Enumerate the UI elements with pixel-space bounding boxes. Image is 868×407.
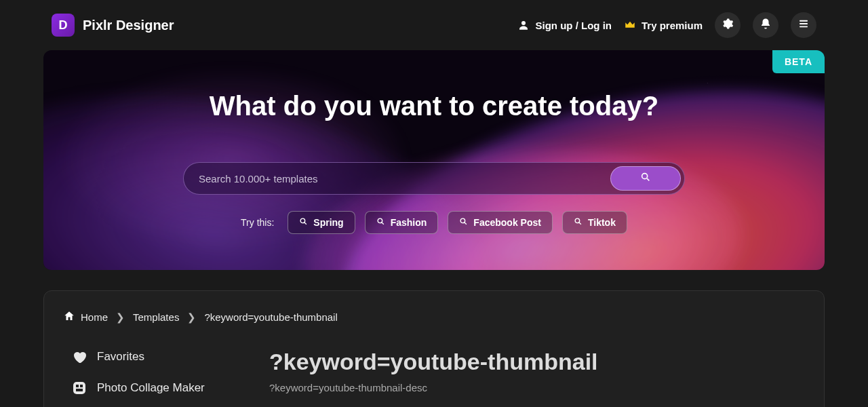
signup-label: Sign up / Log in [535,20,611,31]
chip-label: Spring [313,217,343,228]
svg-point-4 [642,174,648,179]
search-icon [640,172,651,185]
signup-login-link[interactable]: Sign up / Log in [517,19,611,31]
svg-line-9 [382,222,384,225]
sidebar-item-photo-collage[interactable]: Photo Collage Maker [71,380,253,396]
chip-label: Tiktok [588,217,616,228]
search-icon [376,217,385,228]
svg-line-7 [304,222,307,225]
crown-icon [624,19,636,31]
svg-rect-15 [76,385,79,387]
heart-icon [71,349,87,365]
page-description: ?keyword=youtube-thumbnail-desc [269,382,805,393]
sidebar-item-favorites[interactable]: Favorites [71,349,253,365]
bell-icon [760,18,772,33]
chip-tiktok[interactable]: Tiktok [562,211,627,234]
svg-rect-17 [76,389,83,391]
search-button[interactable] [610,166,681,191]
brand-link[interactable]: D Pixlr Designer [52,14,174,37]
sidebar: Favorites Photo Collage Maker [63,349,253,396]
gear-icon [722,18,734,33]
header-actions: Sign up / Log in Try premium [517,12,816,38]
chip-facebook-post[interactable]: Facebook Post [448,211,553,234]
search-icon [299,217,308,228]
svg-rect-16 [80,385,83,387]
hero-background [43,50,825,270]
svg-rect-3 [800,26,808,27]
svg-point-6 [300,218,305,223]
svg-line-11 [465,222,467,225]
hero-title: What do you want to create today? [210,91,658,121]
breadcrumb-templates[interactable]: Templates [133,311,179,323]
svg-line-13 [579,222,581,225]
hero-section: BETA What do you want to create today? T… [43,50,825,270]
try-premium-link[interactable]: Try premium [624,19,703,31]
svg-point-0 [521,21,526,25]
svg-line-5 [647,178,649,180]
settings-button[interactable] [715,12,741,38]
chip-spring[interactable]: Spring [288,211,355,234]
search-icon [459,217,468,228]
user-icon [517,19,530,31]
breadcrumb-home-label: Home [81,311,108,323]
svg-rect-14 [73,382,85,394]
search-icon [574,217,583,228]
breadcrumb-current[interactable]: ?keyword=youtube-thumbnail [204,311,337,323]
sidebar-item-label: Photo Collage Maker [97,381,205,395]
svg-point-12 [575,218,580,223]
page-title: ?keyword=youtube-thumbnail [269,349,805,375]
search-input[interactable] [199,173,610,185]
notifications-button[interactable] [753,12,778,38]
try-this-label: Try this: [241,217,274,228]
menu-button[interactable] [791,12,816,38]
beta-badge: BETA [772,50,825,73]
svg-rect-1 [800,20,808,22]
premium-label: Try premium [642,20,703,31]
svg-point-8 [378,218,382,223]
breadcrumb-home[interactable]: Home [63,310,108,324]
sidebar-item-label: Favorites [97,350,144,364]
svg-rect-2 [800,23,808,24]
logo-icon: D [52,14,75,37]
chip-fashion[interactable]: Fashion [365,211,439,234]
content-panel: Home ❯ Templates ❯ ?keyword=youtube-thum… [43,290,825,407]
search-container [183,162,685,195]
panel-body: Favorites Photo Collage Maker ?keyword=y… [63,349,805,396]
chip-label: Fashion [391,217,427,228]
breadcrumb: Home ❯ Templates ❯ ?keyword=youtube-thum… [63,310,805,324]
hamburger-icon [797,18,810,33]
suggestion-row: Try this: Spring Fashion Facebook Post T… [241,211,627,234]
svg-point-10 [461,218,466,223]
content-main: ?keyword=youtube-thumbnail ?keyword=yout… [269,349,805,396]
collage-icon [71,380,87,396]
chevron-right-icon: ❯ [187,311,196,324]
main-content: BETA What do you want to create today? T… [0,50,868,407]
chevron-right-icon: ❯ [116,311,125,324]
app-header: D Pixlr Designer Sign up / Log in Try pr… [0,0,868,50]
search-bar [183,162,685,195]
brand-label: Pixlr Designer [83,18,174,33]
home-icon [63,310,75,324]
chip-label: Facebook Post [473,217,541,228]
